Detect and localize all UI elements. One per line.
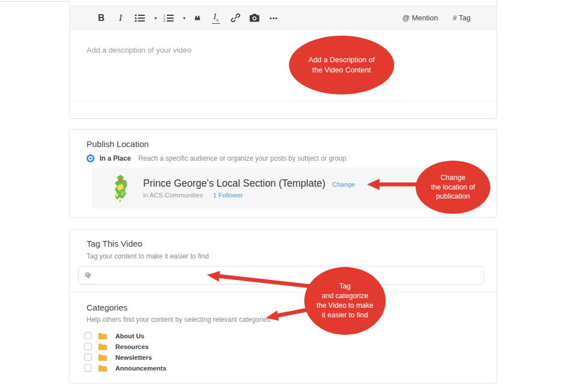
annotation-line: Change — [441, 173, 465, 183]
place-followers-link[interactable]: 1 Follower — [213, 192, 243, 199]
folder-icon — [98, 343, 107, 350]
categories-list: About Us Resources Newsletters Announcem… — [84, 332, 166, 372]
publish-location-title: Publish Location — [87, 139, 149, 149]
description-annotation-balloon: Add a Description of the Video Content — [289, 36, 394, 94]
folder-icon — [98, 333, 107, 339]
category-label: Resources — [115, 343, 149, 350]
tag-this-video-title: Tag This Video — [87, 239, 143, 248]
category-label: About Us — [115, 333, 144, 339]
hashtag-button[interactable]: # Tag — [452, 14, 471, 22]
clear-formatting-button[interactable]: Ix — [210, 11, 222, 25]
tag-categorize-annotation-balloon: Tag and categorize the Video to make it … — [304, 267, 386, 335]
place-info: Prince George's Local Section (Template)… — [143, 178, 355, 199]
bulleted-list-button[interactable] — [134, 11, 145, 25]
link-button[interactable] — [230, 11, 241, 25]
tag-input-wrap[interactable] — [78, 266, 484, 285]
in-a-place-radio-row: In a Place Reach a specific audience or … — [87, 154, 348, 162]
category-row-announcements[interactable]: Announcements — [84, 364, 166, 372]
insert-photo-button[interactable] — [249, 11, 260, 25]
categories-title: Categories — [87, 303, 128, 312]
annotation-line: the location of — [431, 183, 475, 192]
description-editor[interactable]: Add a description of your video — [70, 31, 497, 101]
editor-toolbar: B I ▾ 1 2 3 ▾ ❛❛ Ix — [70, 6, 497, 30]
top-divider — [0, 1, 69, 2]
annotation-line: it easier to find — [322, 311, 368, 320]
place-container: in ACS Communities — [143, 192, 202, 199]
category-label: Newsletters — [115, 354, 152, 361]
annotation-line: the Video to make — [317, 301, 374, 311]
description-editor-panel: B I ▾ 1 2 3 ▾ ❛❛ Ix — [69, 0, 497, 119]
annotation-line: Tag — [339, 282, 351, 291]
numbered-list-button[interactable]: 1 2 3 — [163, 11, 174, 25]
blockquote-button[interactable]: ❛❛ — [191, 11, 202, 25]
more-options-button[interactable]: ••• — [268, 11, 279, 25]
in-a-place-help-text: Reach a specific audience or organize yo… — [138, 154, 348, 162]
annotation-line: the Video Content — [312, 65, 371, 75]
description-placeholder: Add a description of your video — [87, 46, 191, 54]
change-place-link[interactable]: Change — [332, 181, 355, 188]
mention-button[interactable]: @ Mention — [402, 14, 438, 22]
bold-button[interactable]: B — [96, 11, 107, 25]
bulleted-list-caret-icon[interactable]: ▾ — [154, 15, 157, 21]
link-icon — [231, 13, 240, 23]
place-name: Prince George's Local Section (Template) — [143, 178, 325, 189]
category-row-about-us[interactable]: About Us — [84, 332, 166, 339]
numbered-list-icon: 1 2 3 — [163, 14, 174, 23]
editor-footer-divider — [70, 101, 497, 101]
radio-selected-dot — [88, 156, 93, 161]
tag-categories-panel: Tag This Video Tag your content to make … — [69, 229, 497, 384]
category-checkbox[interactable] — [84, 332, 92, 339]
annotation-line: publication — [436, 192, 470, 201]
category-checkbox[interactable] — [84, 364, 92, 372]
tag-input[interactable] — [97, 271, 478, 279]
folder-icon — [98, 354, 107, 361]
in-a-place-radio[interactable] — [87, 154, 94, 162]
annotation-line: Add a Description of — [308, 55, 374, 65]
numbered-list-caret-icon[interactable]: ▾ — [183, 15, 186, 21]
category-checkbox[interactable] — [84, 343, 92, 350]
category-row-resources[interactable]: Resources — [84, 343, 166, 350]
category-row-newsletters[interactable]: Newsletters — [84, 354, 166, 361]
change-location-annotation-balloon: Change the location of publication — [416, 161, 490, 214]
in-a-place-label: In a Place — [100, 154, 131, 162]
category-label: Announcements — [115, 365, 166, 372]
categories-subtitle: Help others find your content by selecti… — [87, 316, 270, 324]
tag-categories-divider — [70, 292, 497, 292]
tag-subtitle: Tag your content to make it easier to fi… — [87, 252, 209, 260]
place-avatar — [109, 174, 132, 203]
folder-icon — [98, 365, 107, 372]
category-checkbox[interactable] — [84, 354, 92, 361]
italic-button[interactable]: I — [115, 11, 126, 25]
bulleted-list-icon — [135, 14, 145, 23]
tag-icon — [84, 272, 92, 279]
svg-text:3: 3 — [163, 19, 165, 23]
clear-formatting-icon: Ix — [212, 12, 220, 24]
camera-icon — [249, 14, 260, 22]
annotation-line: and categorize — [322, 291, 368, 301]
